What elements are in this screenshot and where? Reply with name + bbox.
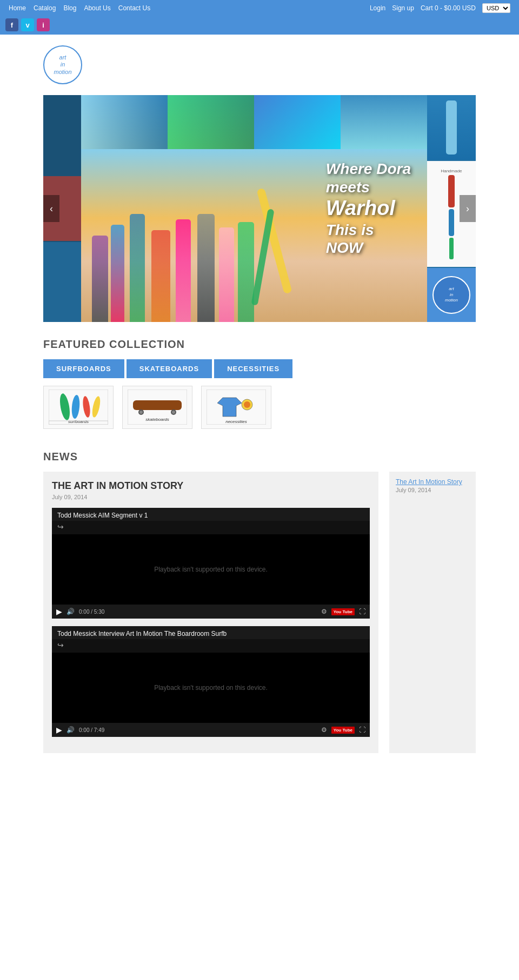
video-1-title: Todd Messick AIM Segment v 1 bbox=[52, 508, 370, 521]
carousel-text-line1: Where Dora bbox=[326, 160, 411, 178]
news-main: THE ART IN MOTION STORY July 09, 2014 To… bbox=[43, 472, 378, 753]
carousel-text-line5: NOW bbox=[326, 239, 411, 257]
skateboards-image[interactable]: skateboards bbox=[122, 386, 192, 429]
nav-catalog[interactable]: Catalog bbox=[34, 4, 56, 12]
page-bottom bbox=[0, 769, 519, 780]
facebook-icon[interactable]: f bbox=[5, 18, 18, 31]
necessities-image[interactable]: necessities bbox=[201, 386, 271, 429]
surfboards-sketch: surfboards bbox=[46, 387, 110, 428]
hero-carousel: Handmade artinmotion Where Dora meets Wa… bbox=[43, 95, 476, 322]
news-section: NEWS THE ART IN MOTION STORY July 09, 20… bbox=[0, 440, 519, 769]
nav-contact[interactable]: Contact Us bbox=[118, 4, 150, 12]
svg-point-16 bbox=[244, 401, 250, 408]
video-1-play-button[interactable]: ▶ bbox=[56, 607, 62, 616]
video-2-title: Todd Messick Interview Art In Motion The… bbox=[52, 626, 370, 639]
cart-info[interactable]: Cart 0 - $0.00 USD bbox=[421, 4, 476, 12]
collection-images: surfboards skateboards bbox=[43, 386, 476, 429]
currency-select[interactable]: USD EUR GBP bbox=[482, 3, 510, 13]
nav-blog[interactable]: Blog bbox=[63, 4, 76, 12]
video-1-fullscreen-icon[interactable]: ⛶ bbox=[359, 608, 365, 615]
instagram-icon[interactable]: i bbox=[37, 18, 50, 31]
vimeo-icon[interactable]: v bbox=[21, 18, 34, 31]
login-link[interactable]: Login bbox=[370, 4, 385, 12]
logo[interactable]: art in motion bbox=[43, 45, 82, 84]
logo-line3: motion bbox=[54, 69, 71, 76]
video-1-controls: ▶ 🔊 0:00 / 5:30 ⚙ You Tube ⛶ bbox=[52, 605, 370, 619]
news-sidebar: The Art In Motion Story July 09, 2014 bbox=[389, 472, 476, 753]
video-1-content: Playback isn't supported on this device. bbox=[52, 534, 370, 605]
surfboards-image[interactable]: surfboards bbox=[43, 386, 114, 429]
sidebar-article-date: July 09, 2014 bbox=[396, 487, 469, 493]
featured-title: FEATURED COLLECTION bbox=[43, 338, 476, 351]
logo-line1: art bbox=[59, 54, 66, 61]
main-nav: Home Catalog Blog About Us Contact Us bbox=[9, 4, 150, 12]
video-2-youtube-badge[interactable]: You Tube bbox=[331, 727, 355, 734]
svg-text:skateboards: skateboards bbox=[145, 417, 169, 422]
tab-necessities[interactable]: NECESSITIES bbox=[214, 359, 292, 378]
tab-skateboards[interactable]: SKATEBOARDS bbox=[127, 359, 212, 378]
svg-text:necessities: necessities bbox=[225, 419, 247, 424]
video-player-1: Todd Messick AIM Segment v 1 ↪ Playback … bbox=[52, 508, 370, 619]
top-bar-right: Login Sign up Cart 0 - $0.00 USD USD EUR… bbox=[370, 3, 510, 13]
video-2-play-button[interactable]: ▶ bbox=[56, 726, 62, 734]
video-2-fullscreen-icon[interactable]: ⛶ bbox=[359, 726, 365, 734]
video-2-settings-icon[interactable]: ⚙ bbox=[321, 726, 327, 734]
video-1-no-playback: Playback isn't supported on this device. bbox=[154, 566, 268, 573]
video-player-2: Todd Messick Interview Art In Motion The… bbox=[52, 626, 370, 737]
carousel-text-line3: Warhol bbox=[326, 196, 411, 221]
logo-line2: in bbox=[61, 61, 65, 68]
news-article-title: THE ART IN MOTION STORY bbox=[52, 480, 370, 492]
news-section-title: NEWS bbox=[43, 451, 476, 463]
carousel-prev-button[interactable]: ‹ bbox=[43, 195, 59, 222]
top-navbar: Home Catalog Blog About Us Contact Us Lo… bbox=[0, 0, 519, 16]
carousel-text: Where Dora meets Warhol This is NOW bbox=[326, 160, 411, 257]
skateboards-sketch: skateboards bbox=[125, 387, 189, 428]
carousel-collage: Handmade artinmotion bbox=[43, 95, 476, 322]
social-bar: f v i bbox=[0, 16, 519, 35]
svg-point-11 bbox=[139, 411, 143, 414]
news-layout: THE ART IN MOTION STORY July 09, 2014 To… bbox=[43, 472, 476, 753]
svg-point-12 bbox=[172, 411, 175, 414]
nav-about[interactable]: About Us bbox=[84, 4, 110, 12]
necessities-sketch: necessities bbox=[204, 387, 268, 428]
video-2-time: 0:00 / 7:49 bbox=[79, 727, 104, 733]
video-2-controls: ▶ 🔊 0:00 / 7:49 ⚙ You Tube ⛶ bbox=[52, 723, 370, 737]
video-1-time: 0:00 / 5:30 bbox=[79, 609, 104, 615]
svg-text:surfboards: surfboards bbox=[68, 419, 89, 424]
carousel-next-button[interactable]: › bbox=[460, 195, 476, 222]
carousel-text-line4: This is bbox=[326, 221, 411, 239]
video-2-content: Playback isn't supported on this device. bbox=[52, 653, 370, 723]
news-article-date: July 09, 2014 bbox=[52, 494, 370, 500]
video-2-volume-button[interactable]: 🔊 bbox=[66, 726, 75, 734]
video-1-share-icon[interactable]: ↪ bbox=[52, 521, 370, 534]
video-2-share-icon[interactable]: ↪ bbox=[52, 639, 370, 653]
carousel-inner: Handmade artinmotion Where Dora meets Wa… bbox=[43, 95, 476, 322]
video-1-settings-icon[interactable]: ⚙ bbox=[321, 608, 327, 615]
svg-rect-8 bbox=[133, 400, 182, 410]
tab-surfboards[interactable]: SURFBOARDS bbox=[43, 359, 124, 378]
carousel-text-line2: meets bbox=[326, 178, 411, 197]
video-1-volume-button[interactable]: 🔊 bbox=[66, 608, 75, 615]
header-area: art in motion bbox=[0, 35, 519, 95]
video-1-youtube-badge[interactable]: You Tube bbox=[331, 608, 355, 615]
sidebar-article-link[interactable]: The Art In Motion Story bbox=[396, 478, 469, 486]
video-2-no-playback: Playback isn't supported on this device. bbox=[154, 684, 268, 692]
signup-link[interactable]: Sign up bbox=[392, 4, 414, 12]
collection-tabs: SURFBOARDS SKATEBOARDS NECESSITIES bbox=[43, 359, 476, 378]
nav-home[interactable]: Home bbox=[9, 4, 26, 12]
featured-section: FEATURED COLLECTION SURFBOARDS SKATEBOAR… bbox=[0, 322, 519, 440]
